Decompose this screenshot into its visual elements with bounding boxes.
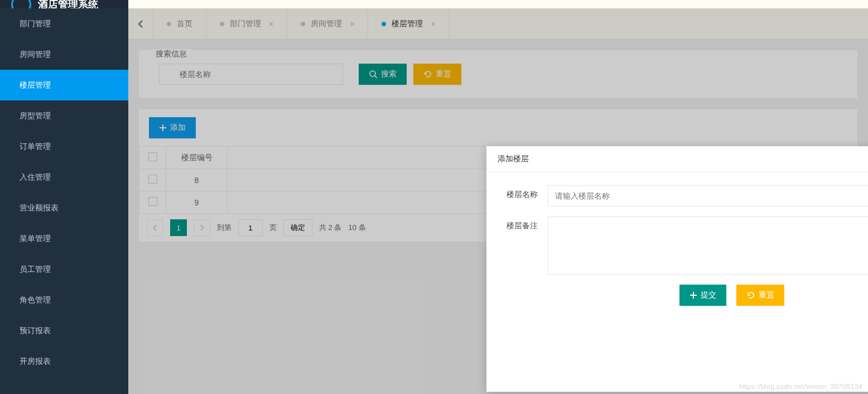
sidebar-item-label: 楼层管理 [20, 80, 51, 89]
sidebar-item-label: 开房报表 [20, 357, 51, 366]
floor-remark-textarea[interactable] [548, 217, 868, 275]
sidebar-item-open-report[interactable]: 开房报表 [0, 346, 128, 377]
sidebar-item-role[interactable]: 角色管理 [0, 285, 128, 315]
sidebar-item-label: 部门管理 [20, 19, 51, 28]
form-label-name: 楼层名称 [503, 185, 548, 200]
form-label-remark: 楼层备注 [503, 217, 548, 231]
sidebar-item-booking-report[interactable]: 预订报表 [0, 315, 128, 346]
add-floor-modal: 添加楼层 楼层名称 楼层备注 提交 重置 [486, 146, 868, 392]
sidebar-item-menu[interactable]: 菜单管理 [0, 223, 128, 254]
button-label: 提交 [701, 290, 716, 300]
sidebar-item-label: 营业额报表 [20, 203, 59, 212]
sidebar-item-label: 员工管理 [20, 265, 51, 273]
sidebar-item-label: 订单管理 [20, 142, 51, 151]
sidebar-item-label: 角色管理 [20, 295, 51, 304]
sidebar: 部门管理 房间管理 楼层管理 房型管理 订单管理 入住管理 营业额报表 菜单管理… [0, 8, 128, 394]
floor-name-input[interactable] [548, 185, 868, 206]
modal-title: 添加楼层 [498, 154, 529, 164]
sidebar-item-label: 入住管理 [20, 172, 51, 181]
sidebar-item-revenue-report[interactable]: 营业额报表 [0, 193, 128, 223]
sidebar-item-checkin[interactable]: 入住管理 [0, 162, 128, 193]
modal-header: 添加楼层 [486, 146, 868, 172]
sidebar-item-roomtype[interactable]: 房型管理 [0, 100, 128, 131]
sidebar-item-label: 预订报表 [20, 326, 51, 335]
sidebar-item-label: 房型管理 [20, 111, 51, 120]
sidebar-item-floor[interactable]: 楼层管理 [0, 70, 128, 100]
sidebar-item-label: 菜单管理 [20, 234, 51, 243]
modal-reset-button[interactable]: 重置 [736, 285, 784, 306]
plus-icon [689, 291, 697, 299]
sidebar-item-department[interactable]: 部门管理 [0, 8, 128, 39]
submit-button[interactable]: 提交 [679, 285, 726, 306]
header-right-blank [128, 0, 868, 8]
sidebar-item-room[interactable]: 房间管理 [0, 39, 128, 70]
sidebar-item-staff[interactable]: 员工管理 [0, 254, 128, 285]
button-label: 重置 [759, 290, 774, 300]
refresh-icon [746, 291, 755, 300]
sidebar-item-label: 房间管理 [20, 50, 51, 59]
sidebar-item-order[interactable]: 订单管理 [0, 131, 128, 162]
